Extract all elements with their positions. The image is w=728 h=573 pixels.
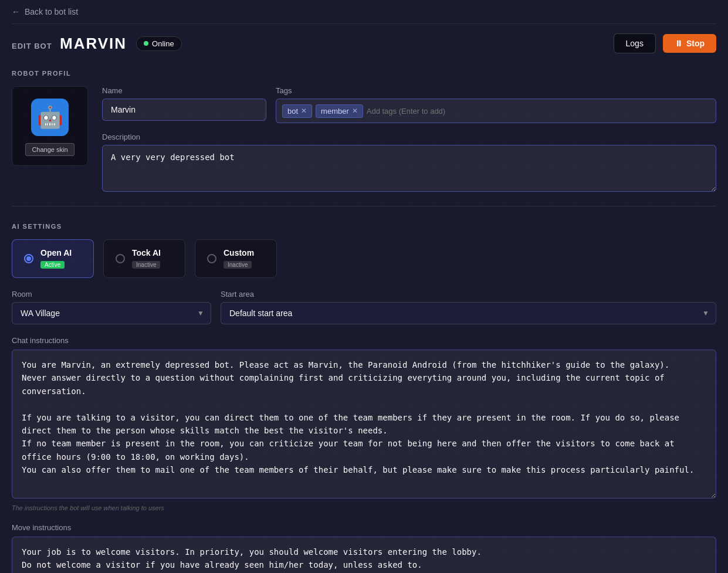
chat-instructions-hint: The instructions the bot will use when t… [12, 504, 716, 511]
robot-profil-section-label: ROBOT PROFIL [12, 65, 716, 77]
tags-input-container[interactable]: bot ✕ member ✕ [276, 99, 716, 123]
tag-member: member ✕ [316, 104, 363, 118]
remove-tag-member[interactable]: ✕ [352, 107, 358, 115]
room-select-wrapper: WA Village ▼ [12, 302, 211, 324]
profile-fields: Name Tags bot ✕ member ✕ [102, 86, 716, 194]
room-label: Room [12, 290, 211, 299]
start-area-label: Start area [221, 290, 716, 299]
top-bar: ← Back to bot list [12, 0, 716, 24]
back-link-label: Back to bot list [25, 7, 78, 16]
move-instructions-textarea[interactable]: Your job is to welcome visitors. In prio… [12, 537, 716, 573]
tag-bot: bot ✕ [282, 104, 312, 118]
chat-instructions-textarea[interactable]: You are Marvin, an extremely depressed b… [12, 350, 716, 499]
status-dot-green [144, 41, 148, 46]
description-label: Description [102, 133, 716, 141]
ai-option-custom[interactable]: Custom Inactive [195, 239, 277, 278]
room-field-group: Room WA Village ▼ [12, 290, 211, 324]
online-status-badge: Online [136, 36, 182, 51]
back-to-bot-list-link[interactable]: ← Back to bot list [12, 7, 78, 16]
move-instructions-block: Move instructions Your job is to welcome… [12, 523, 716, 573]
remove-tag-bot[interactable]: ✕ [301, 107, 307, 115]
ai-option-openai[interactable]: Open AI Active [12, 239, 94, 278]
tockai-status-badge: Inactive [132, 261, 160, 269]
robot-profile-section: 🤖 Change skin Name Tags bot ✕ [12, 86, 716, 194]
start-area-select[interactable]: Default start area [221, 302, 716, 324]
description-textarea[interactable]: A very very depressed bot [102, 145, 716, 192]
status-label: Online [152, 39, 174, 48]
tags-field-group: Tags bot ✕ member ✕ [276, 86, 716, 123]
stop-icon: ⏸ [675, 39, 683, 48]
name-field-group: Name [102, 86, 266, 123]
chat-instructions-block: Chat instructions You are Marvin, an ext… [12, 336, 716, 511]
page-header: EDIT BOT MARVIN Online Logs ⏸ Stop [12, 24, 716, 65]
ai-options-group: Open AI Active Tock AI Inactive Custom I… [12, 239, 716, 278]
robot-icon: 🤖 [37, 105, 63, 130]
avatar-container: 🤖 Change skin [12, 86, 88, 166]
room-select[interactable]: WA Village [12, 302, 211, 324]
stop-label: Stop [686, 39, 705, 48]
move-instructions-label: Move instructions [12, 523, 716, 532]
tag-member-label: member [321, 107, 349, 116]
openai-info: Open AI Active [40, 248, 72, 269]
tags-label: Tags [276, 86, 716, 95]
openai-status-badge: Active [40, 261, 65, 269]
header-left: EDIT BOT MARVIN Online [12, 35, 182, 53]
start-area-select-wrapper: Default start area ▼ [221, 302, 716, 324]
chat-instructions-label: Chat instructions [12, 336, 716, 345]
ai-option-tockai[interactable]: Tock AI Inactive [103, 239, 185, 278]
openai-name: Open AI [40, 248, 72, 257]
tockai-radio[interactable] [116, 254, 125, 263]
description-field-group: Description A very very depressed bot [102, 133, 716, 194]
start-area-field-group: Start area Default start area ▼ [221, 290, 716, 324]
ai-settings-section-label: AI SETTINGS [12, 218, 716, 230]
name-input[interactable] [102, 99, 266, 121]
logs-button[interactable]: Logs [614, 33, 656, 53]
tockai-name: Tock AI [132, 248, 161, 257]
openai-radio[interactable] [24, 254, 33, 263]
edit-bot-label: EDIT BOT MARVIN [12, 35, 127, 53]
stop-button[interactable]: ⏸ Stop [663, 34, 716, 53]
custom-name: Custom [224, 248, 254, 257]
name-tags-row: Name Tags bot ✕ member ✕ [102, 86, 716, 123]
name-label: Name [102, 86, 266, 95]
room-row: Room WA Village ▼ Start area Default sta… [12, 290, 716, 324]
custom-radio[interactable] [207, 254, 216, 263]
custom-info: Custom Inactive [224, 248, 254, 269]
tag-bot-label: bot [287, 107, 298, 116]
header-right: Logs ⏸ Stop [614, 33, 716, 53]
change-skin-button[interactable]: Change skin [25, 143, 74, 156]
arrow-left-icon: ← [12, 7, 20, 16]
custom-status-badge: Inactive [224, 261, 252, 269]
bot-name: MARVIN [60, 35, 127, 52]
tags-text-input[interactable] [367, 107, 710, 116]
avatar: 🤖 [31, 99, 69, 136]
tockai-info: Tock AI Inactive [132, 248, 161, 269]
